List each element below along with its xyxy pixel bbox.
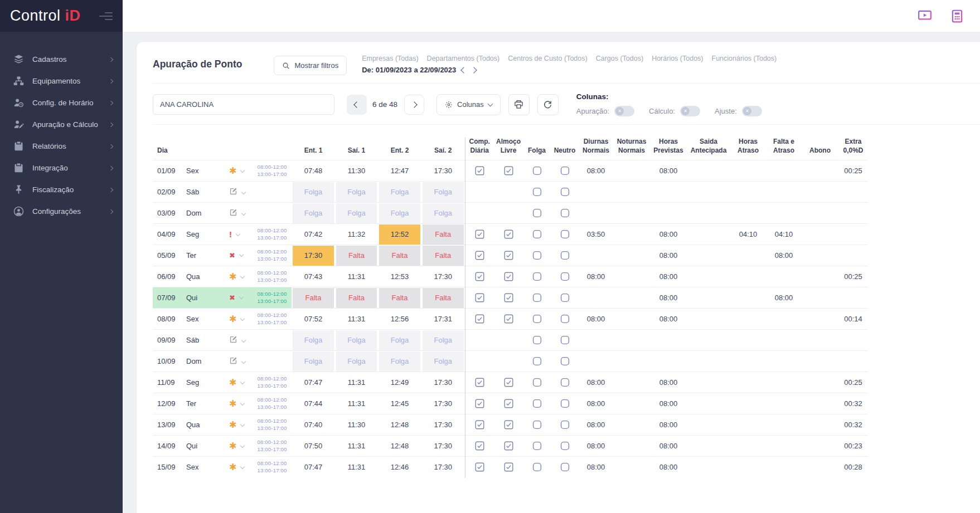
chevron-down-icon[interactable]: [239, 252, 244, 257]
cell-punch-ent1[interactable]: 07:48: [292, 160, 335, 182]
cell-punch-ent2[interactable]: 12:48: [378, 414, 421, 436]
checkbox-unchecked-icon[interactable]: [560, 229, 570, 239]
chevron-down-icon[interactable]: [240, 274, 245, 279]
checkbox-checked-icon[interactable]: [475, 272, 484, 281]
sidebar-toggle-icon[interactable]: [99, 12, 113, 20]
cell-punch-sai1[interactable]: 11:31: [335, 436, 378, 457]
cell-punch-ent2[interactable]: Folga: [378, 182, 421, 203]
toggle-switch[interactable]: ✕: [680, 106, 700, 116]
checkbox-checked-icon[interactable]: [504, 251, 513, 260]
cell-punch-sai1[interactable]: 11:30: [335, 160, 378, 182]
print-button[interactable]: [508, 94, 530, 115]
cell-punch-sai1[interactable]: 11:31: [335, 266, 378, 287]
cell-punch-sai1[interactable]: 11:31: [335, 457, 378, 478]
cell-punch-sai1[interactable]: Falta: [335, 245, 378, 266]
checkbox-unchecked-icon[interactable]: [532, 272, 542, 281]
sidebar-item-fiscaliza-o[interactable]: Fiscalização: [0, 179, 123, 201]
checkbox-checked-icon[interactable]: [475, 378, 484, 387]
checkbox-unchecked-icon[interactable]: [560, 272, 570, 281]
checkbox-unchecked-icon[interactable]: [532, 166, 542, 175]
cell-punch-sai2[interactable]: Falta: [421, 245, 465, 266]
checkbox-unchecked-icon[interactable]: [532, 356, 542, 366]
checkbox-unchecked-icon[interactable]: [560, 166, 570, 175]
cell-punch-ent2[interactable]: Folga: [378, 351, 421, 372]
sidebar-item-apura-o-e-c-lculo[interactable]: Apuração e Cálculo: [0, 114, 123, 135]
show-filters-button[interactable]: Mostrar filtros: [274, 56, 347, 75]
sidebar-item-equipamentos[interactable]: Equipamentos: [0, 70, 123, 92]
checkbox-unchecked-icon[interactable]: [560, 356, 570, 366]
columns-dropdown-button[interactable]: Colunas: [436, 94, 501, 115]
chevron-down-icon[interactable]: [241, 359, 246, 363]
sidebar-item-config-de-hor-rio[interactable]: Config. de Horário: [0, 92, 123, 114]
cell-punch-ent1[interactable]: 07:47: [292, 372, 335, 393]
checkbox-checked-icon[interactable]: [475, 462, 484, 472]
checkbox-unchecked-icon[interactable]: [560, 187, 570, 197]
chevron-down-icon[interactable]: [240, 168, 245, 173]
chevron-down-icon[interactable]: [240, 380, 245, 384]
cell-status-dropdown[interactable]: ✱: [221, 309, 253, 330]
cell-punch-sai1[interactable]: Folga: [335, 351, 378, 372]
cell-punch-ent1[interactable]: 07:42: [292, 224, 335, 245]
date-prev-icon[interactable]: [461, 67, 467, 73]
checkbox-unchecked-icon[interactable]: [560, 420, 570, 429]
cell-punch-ent2[interactable]: Falta: [378, 287, 421, 309]
cell-punch-sai2[interactable]: 17:30: [421, 436, 465, 457]
checkbox-checked-icon[interactable]: [504, 166, 513, 175]
checkbox-unchecked-icon[interactable]: [532, 420, 542, 429]
cell-punch-ent2[interactable]: 12:46: [378, 457, 421, 478]
cell-punch-ent1[interactable]: 17:30: [292, 245, 335, 266]
cell-punch-sai1[interactable]: Folga: [335, 182, 378, 203]
chevron-down-icon[interactable]: [239, 295, 244, 299]
cell-status-dropdown[interactable]: [221, 182, 253, 203]
cell-punch-sai2[interactable]: 17:30: [421, 266, 465, 287]
checkbox-unchecked-icon[interactable]: [532, 229, 542, 239]
cell-status-dropdown[interactable]: ✖: [221, 245, 253, 266]
checkbox-unchecked-icon[interactable]: [560, 208, 570, 218]
cell-punch-sai1[interactable]: 11:32: [335, 224, 378, 245]
cell-punch-sai2[interactable]: 17:30: [421, 414, 465, 436]
cell-punch-ent2[interactable]: 12:56: [378, 309, 421, 330]
cell-punch-ent1[interactable]: 07:50: [292, 436, 335, 457]
cell-punch-ent1[interactable]: Folga: [292, 330, 335, 351]
checkbox-unchecked-icon[interactable]: [560, 399, 570, 408]
sidebar-item-relat-rios[interactable]: Relatórios: [0, 135, 123, 157]
cell-punch-sai2[interactable]: Falta: [421, 287, 465, 309]
chevron-down-icon[interactable]: [240, 422, 245, 427]
cell-punch-ent1[interactable]: 07:47: [292, 457, 335, 478]
cell-punch-sai1[interactable]: Folga: [335, 330, 378, 351]
cell-punch-sai2[interactable]: 17:31: [421, 309, 465, 330]
chevron-down-icon[interactable]: [241, 189, 246, 194]
cell-punch-ent1[interactable]: 07:43: [292, 266, 335, 287]
cell-punch-sai2[interactable]: Falta: [421, 224, 465, 245]
chevron-down-icon[interactable]: [241, 211, 246, 215]
checkbox-unchecked-icon[interactable]: [532, 399, 542, 408]
cell-punch-sai1[interactable]: Falta: [335, 287, 378, 309]
cell-punch-sai2[interactable]: Folga: [421, 203, 465, 224]
cell-punch-sai2[interactable]: 17:30: [421, 457, 465, 478]
checkbox-checked-icon[interactable]: [475, 229, 484, 239]
cell-status-dropdown[interactable]: ✱: [221, 436, 253, 457]
cell-punch-ent2[interactable]: Falta: [378, 245, 421, 266]
checkbox-checked-icon[interactable]: [475, 314, 484, 324]
checkbox-checked-icon[interactable]: [475, 420, 484, 429]
cell-punch-ent1[interactable]: Folga: [292, 182, 335, 203]
checkbox-unchecked-icon[interactable]: [532, 251, 542, 260]
cell-punch-ent1[interactable]: Falta: [292, 287, 335, 309]
calculator-icon[interactable]: [950, 9, 964, 23]
checkbox-checked-icon[interactable]: [504, 399, 513, 408]
chevron-down-icon[interactable]: [240, 316, 245, 321]
cell-status-dropdown[interactable]: [221, 330, 253, 351]
checkbox-checked-icon[interactable]: [475, 441, 484, 451]
sidebar-item-configura-es[interactable]: Configurações: [0, 201, 123, 222]
cell-punch-sai1[interactable]: 11:31: [335, 372, 378, 393]
cell-punch-sai1[interactable]: 11:31: [335, 393, 378, 414]
checkbox-unchecked-icon[interactable]: [532, 293, 542, 302]
refresh-button[interactable]: [537, 94, 559, 115]
checkbox-checked-icon[interactable]: [475, 399, 484, 408]
checkbox-checked-icon[interactable]: [504, 420, 513, 429]
cell-punch-ent2[interactable]: Folga: [378, 330, 421, 351]
cell-punch-ent1[interactable]: 07:44: [292, 393, 335, 414]
cell-punch-ent2[interactable]: 12:47: [378, 160, 421, 182]
date-next-icon[interactable]: [471, 67, 477, 73]
checkbox-checked-icon[interactable]: [504, 314, 513, 324]
